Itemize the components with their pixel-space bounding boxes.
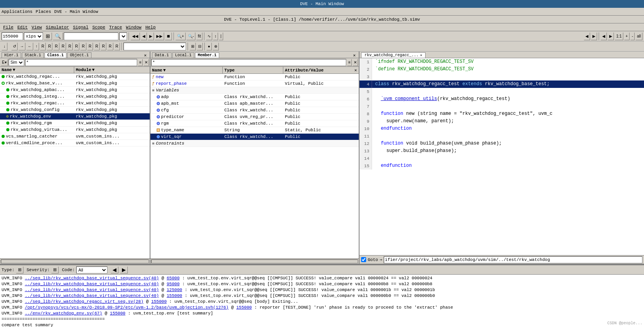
- tb-stop[interactable]: ⏹: [165, 32, 172, 40]
- middle-filter-input[interactable]: [151, 59, 346, 66]
- app-menu-item-applications[interactable]: Applications: [2, 9, 32, 14]
- log-time[interactable]: 155000: [110, 311, 125, 316]
- log-area[interactable]: UVM_INFO ../seq_lib/rkv_watchdog_base_vi…: [0, 275, 644, 327]
- log-time[interactable]: 65000: [167, 276, 180, 281]
- table-row[interactable]: cfg Class rkv_watchd... Public: [150, 107, 359, 114]
- tb-btn-2[interactable]: 🔍: [53, 32, 63, 40]
- tab-data[interactable]: Data.1: [152, 52, 172, 58]
- tb2-r11[interactable]: R: [107, 43, 113, 50]
- table-row[interactable]: rkv_watchdog_regac... rkv_watchdog_pkg: [0, 100, 150, 107]
- tb2-grid2[interactable]: ⊟: [197, 43, 203, 50]
- left-filter-apply[interactable]: ≡: [138, 59, 143, 66]
- middle-close-col[interactable]: ✕: [352, 67, 359, 73]
- menu-signal[interactable]: Signal: [72, 25, 90, 30]
- tb2-r1[interactable]: R: [40, 43, 46, 50]
- tb-zoom-minus[interactable]: -: [630, 32, 635, 40]
- table-row[interactable]: ■ Constraints: [150, 140, 359, 147]
- severity-btn[interactable]: ⊞: [51, 266, 59, 273]
- log-scroll-prev[interactable]: ◀: [111, 266, 118, 273]
- tb-rewind[interactable]: ◀◀: [131, 32, 140, 40]
- log-scroll-next[interactable]: ▶: [120, 266, 128, 273]
- log-link[interactable]: ../seq_lib/rkv_watchdog_base_virtual_seq…: [25, 276, 159, 281]
- time-unit-select[interactable]: x1ps: [24, 32, 43, 40]
- tab-hier[interactable]: Hier.1: [2, 52, 21, 58]
- tab-stack[interactable]: Stack.1: [22, 52, 44, 58]
- left-filter-input[interactable]: [25, 59, 137, 66]
- tb2-grid1[interactable]: ⊞: [190, 43, 196, 50]
- tb-play-fast[interactable]: ▶▶: [155, 32, 164, 40]
- tb2-r2[interactable]: R: [47, 43, 52, 50]
- menu-help[interactable]: Help: [144, 25, 157, 30]
- log-time[interactable]: 155000: [236, 305, 252, 310]
- table-row[interactable]: virt_sqr Class rkv_watchd... Public: [150, 134, 359, 140]
- left-filter-clear[interactable]: ✕: [143, 59, 149, 66]
- tb2-next[interactable]: →: [18, 43, 25, 50]
- left-panel-close[interactable]: ✕: [142, 53, 148, 58]
- code-select[interactable]: All: [76, 266, 107, 273]
- table-row[interactable]: rkv_watchdog_config rkv_watchdog_pkg: [0, 107, 150, 113]
- tb-wave[interactable]: ∿: [206, 32, 212, 40]
- tb-zoom-plus[interactable]: +: [624, 32, 630, 40]
- tb-zoom-all[interactable]: all: [635, 32, 642, 40]
- table-row[interactable]: predictor Class uvm_reg_pr... Public: [150, 114, 359, 120]
- tb2-r10[interactable]: R: [100, 43, 106, 50]
- log-time[interactable]: 125000: [167, 288, 182, 292]
- left-hscroll[interactable]: [0, 258, 150, 264]
- log-link[interactable]: ../env/rkv_watchdog_env.sv(67): [25, 311, 102, 316]
- tb-play[interactable]: ▶: [148, 32, 154, 40]
- log-link[interactable]: ../seq_lib/rkv_watchdog_base_virtual_seq…: [25, 282, 159, 286]
- menu-view[interactable]: View: [30, 25, 43, 30]
- middle-filter-apply[interactable]: ≡: [347, 59, 352, 66]
- middle-hscroll[interactable]: [150, 258, 359, 264]
- tb2-r5[interactable]: R: [67, 43, 73, 50]
- tb-zoom-in[interactable]: 🔍+: [175, 32, 186, 40]
- table-row[interactable]: ƒ report_phase Function Virtual, Public: [150, 80, 359, 87]
- log-time[interactable]: 155000: [167, 293, 182, 298]
- tb-zoom-fit[interactable]: fit: [196, 32, 202, 40]
- tab-object[interactable]: Object.1: [67, 52, 91, 58]
- table-row[interactable]: rkv_watchdog_integ... rkv_watchdog_pkg: [0, 93, 150, 100]
- tb2-rec1[interactable]: ●: [206, 43, 212, 50]
- search-input[interactable]: [64, 32, 118, 40]
- menu-window[interactable]: Window: [124, 25, 143, 30]
- tb2-r4[interactable]: R: [60, 43, 66, 50]
- tb2-back[interactable]: ←: [26, 43, 33, 50]
- tb-btn-1[interactable]: ⊞: [44, 32, 52, 40]
- file-tab-close[interactable]: ✕: [420, 53, 422, 57]
- tb-search-next[interactable]: ▶: [608, 32, 614, 40]
- log-link[interactable]: ../seq_lib/rkv_watchdog_base_virtual_seq…: [25, 293, 159, 298]
- log-time[interactable]: 95000: [167, 282, 180, 286]
- table-row[interactable]: ■ Variables: [150, 87, 359, 94]
- left-filter-toggle[interactable]: E▾: [1, 59, 8, 66]
- app-menu-item-dve[interactable]: DVE - Main Window: [54, 9, 98, 14]
- goto-input[interactable]: [384, 256, 642, 263]
- tb-zoom-1[interactable]: 1:1: [615, 32, 623, 40]
- table-row[interactable]: vcs_smartlog_catcher uvm_custom_ins...: [0, 133, 150, 140]
- middle-panel-close[interactable]: ✕: [351, 53, 357, 58]
- module-sort-icon[interactable]: ▼: [92, 68, 95, 72]
- goto-checkbox[interactable]: [361, 257, 366, 262]
- tb2-r3[interactable]: R: [53, 43, 59, 50]
- menu-scope[interactable]: Scope: [91, 25, 107, 30]
- tb2-r8[interactable]: R: [87, 43, 93, 50]
- tab-class[interactable]: Class.1: [45, 52, 66, 58]
- tb-marker[interactable]: |: [219, 32, 223, 40]
- table-row[interactable]: rkv_watchdog_regac... rkv_watchdog_pkg: [0, 73, 150, 80]
- goto-arrow[interactable]: ⇒: [379, 257, 382, 262]
- menu-trace[interactable]: Trace: [107, 25, 123, 30]
- menu-file[interactable]: File: [2, 25, 15, 30]
- tb2-down[interactable]: ↓: [2, 43, 7, 50]
- search-select[interactable]: [119, 32, 127, 40]
- table-row[interactable]: rkv_watchdog_base_v... rkv_watchdog_pkg: [0, 80, 150, 87]
- tb2-select[interactable]: [123, 43, 186, 50]
- log-link[interactable]: ../seq_lib/rkv_watchdog_regacc_virt_seq.…: [25, 299, 143, 304]
- tb2-r9[interactable]: R: [94, 43, 100, 50]
- tab-member[interactable]: Member.1: [195, 52, 219, 58]
- table-row[interactable]: rkv_watchdog_rgm rkv_watchdog_pkg: [0, 120, 150, 127]
- file-tab-active[interactable]: rkv_watchdog_regacc_... ✕: [361, 52, 426, 58]
- app-menu-item-places[interactable]: Places: [36, 9, 51, 14]
- tb2-rec2[interactable]: ⊕: [213, 43, 219, 50]
- middle-filter-clear[interactable]: ✕: [352, 59, 358, 66]
- menu-edit[interactable]: Edit: [16, 25, 29, 30]
- table-row[interactable]: apb_mst Class apb_master... Public: [150, 100, 359, 107]
